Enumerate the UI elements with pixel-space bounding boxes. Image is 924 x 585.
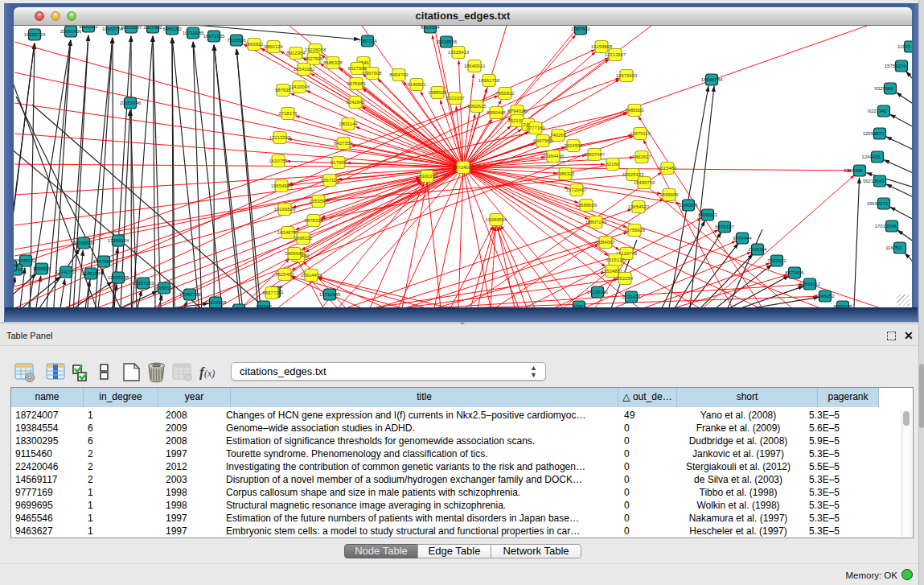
svg-text:8471676: 8471676 (785, 270, 804, 275)
svg-text:10719185: 10719185 (183, 31, 204, 35)
svg-text:2087682: 2087682 (571, 27, 590, 31)
svg-text:9242845: 9242845 (346, 100, 365, 105)
svg-text:19384554: 19384554 (486, 217, 507, 222)
svg-text:7955812: 7955812 (495, 91, 515, 96)
svg-text:7625402: 7625402 (275, 272, 294, 277)
svg-text:9245052: 9245052 (815, 294, 835, 299)
svg-text:16648784: 16648784 (701, 77, 723, 82)
svg-text:20691406: 20691406 (60, 29, 82, 34)
svg-text:6497568: 6497568 (533, 138, 552, 143)
svg-text:23226058: 23226058 (305, 47, 326, 52)
svg-text:8454749: 8454749 (389, 72, 409, 77)
svg-text:116753: 116753 (885, 245, 901, 250)
svg-text:17016504: 17016504 (875, 224, 897, 229)
svg-text:8186328: 8186328 (323, 60, 343, 65)
svg-text:1733426: 1733426 (622, 295, 641, 299)
svg-text:13325419: 13325419 (448, 50, 470, 55)
svg-text:22420046: 22420046 (289, 84, 310, 89)
svg-text:9115460: 9115460 (659, 166, 678, 171)
svg-text:15720407: 15720407 (566, 187, 588, 192)
svg-text:13975887: 13975887 (93, 259, 115, 264)
svg-text:16671355: 16671355 (203, 34, 225, 39)
svg-text:11123: 11123 (897, 44, 910, 49)
svg-text:2367608: 2367608 (363, 71, 382, 76)
svg-text:16210643: 16210643 (863, 179, 885, 183)
svg-text:7357224: 7357224 (358, 39, 377, 43)
svg-text:3267110: 3267110 (321, 178, 340, 183)
svg-text:10807487: 10807487 (584, 152, 606, 157)
svg-text:12975115: 12975115 (630, 131, 651, 136)
svg-text:2803144: 2803144 (339, 122, 358, 126)
svg-text:5409948: 5409948 (285, 251, 304, 256)
svg-text:9084067: 9084067 (596, 240, 615, 245)
svg-text:15692971: 15692971 (867, 201, 889, 206)
svg-text:87961: 87961 (573, 304, 586, 307)
svg-text:8938923: 8938923 (698, 212, 717, 217)
svg-text:16914479: 16914479 (301, 273, 322, 278)
svg-text:8813054: 8813054 (421, 26, 440, 30)
svg-text:2718176: 2718176 (278, 111, 298, 116)
svg-text:917006: 917006 (331, 160, 347, 165)
svg-text:18807249: 18807249 (585, 220, 607, 225)
svg-text:15751074: 15751074 (885, 64, 906, 68)
svg-text:15495759: 15495759 (634, 180, 655, 185)
svg-text:10653287: 10653287 (121, 26, 142, 30)
svg-text:14055724: 14055724 (24, 32, 46, 37)
svg-text:16046798: 16046798 (277, 230, 299, 235)
svg-text:9657725: 9657725 (262, 290, 281, 295)
svg-text:10688609: 10688609 (576, 203, 598, 208)
svg-text:9699695: 9699695 (659, 192, 679, 197)
svg-text:8215958: 8215958 (844, 168, 863, 173)
svg-text:753144: 753144 (14, 263, 19, 268)
svg-text:20053346: 20053346 (120, 101, 142, 105)
svg-text:16961758: 16961758 (478, 78, 500, 83)
svg-text:7986322: 7986322 (556, 171, 575, 176)
svg-text:16782759: 16782759 (179, 292, 201, 297)
svg-text:12213369: 12213369 (269, 135, 291, 140)
svg-text:19654983: 19654983 (271, 183, 293, 188)
svg-text:12213967: 12213967 (605, 52, 626, 57)
svg-text:8912954: 8912954 (286, 51, 306, 56)
svg-text:13654923: 13654923 (628, 204, 650, 209)
svg-text:1156829: 1156829 (33, 266, 52, 271)
svg-text:18640910: 18640910 (464, 64, 486, 68)
svg-text:8990448: 8990448 (487, 110, 506, 115)
svg-text:18724007: 18724007 (453, 165, 474, 170)
svg-text:9860124: 9860124 (264, 44, 283, 49)
svg-text:1527602: 1527602 (143, 26, 162, 30)
svg-text:3624554: 3624554 (564, 143, 583, 148)
svg-text:8205118: 8205118 (834, 304, 853, 307)
svg-text:(x): (x) (204, 368, 215, 379)
svg-text:1145194: 1145194 (82, 271, 101, 276)
svg-text:1362615: 1362615 (467, 104, 487, 109)
svg-text:987635: 987635 (275, 88, 292, 93)
svg-text:3675685: 3675685 (347, 81, 366, 86)
svg-text:1610755: 1610755 (269, 159, 288, 163)
svg-text:17359924: 17359924 (108, 238, 129, 243)
svg-text:9698222: 9698222 (294, 236, 313, 241)
svg-text:7485003: 7485003 (625, 108, 644, 113)
svg-text:6479197: 6479197 (715, 225, 734, 229)
svg-text:20206538: 20206538 (73, 241, 95, 245)
svg-text:7663822: 7663822 (244, 42, 264, 47)
svg-text:6466160: 6466160 (162, 27, 182, 31)
svg-text:12093872: 12093872 (863, 131, 885, 136)
svg-text:7632621: 7632621 (767, 258, 786, 263)
svg-text:5322037: 5322037 (446, 96, 465, 101)
svg-text:9777169: 9777169 (526, 126, 545, 130)
svg-text:1640975: 1640975 (679, 203, 698, 208)
svg-text:7515526: 7515526 (227, 38, 246, 43)
svg-text:2935114: 2935114 (749, 247, 768, 252)
svg-text:17957253: 17957253 (133, 281, 154, 286)
svg-text:18300295: 18300295 (417, 174, 438, 179)
svg-text:10543382: 10543382 (294, 67, 315, 72)
svg-text:1353594: 1353594 (309, 199, 328, 204)
svg-text:9329966: 9329966 (874, 86, 893, 91)
svg-text:6794028: 6794028 (507, 109, 527, 113)
svg-text:252254: 252254 (617, 276, 634, 281)
svg-text:19166829: 19166829 (274, 207, 296, 212)
svg-text:981542: 981542 (256, 304, 273, 307)
svg-text:1615132: 1615132 (606, 257, 625, 262)
svg-text:10654112: 10654112 (799, 282, 821, 286)
svg-text:9146821: 9146821 (407, 82, 426, 87)
